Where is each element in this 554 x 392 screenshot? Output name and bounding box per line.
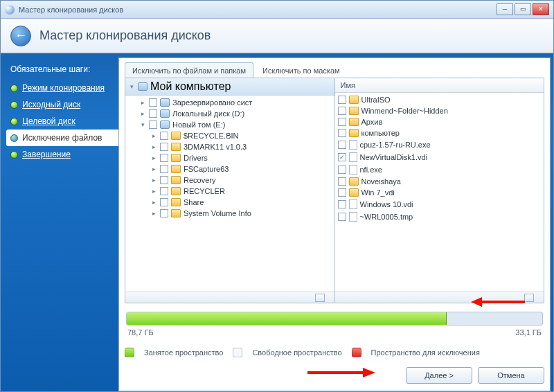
tree-checkbox[interactable] [149, 121, 157, 129]
folder-tree[interactable]: ▸Зарезервировано сист▸Локальный диск (D:… [125, 96, 334, 292]
list-checkbox[interactable] [338, 107, 346, 115]
sidebar-item-3[interactable]: Исключение файлов [6, 130, 118, 146]
sidebar-item-label: Исходный диск [22, 100, 80, 109]
list-label: ~WRL0005.tmp [360, 213, 413, 221]
list-row[interactable]: Winmend~Folder~Hidden [335, 105, 544, 116]
cancel-button[interactable]: Отмена [478, 367, 544, 384]
expand-icon[interactable]: ▸ [150, 199, 157, 206]
arrow-left-icon: ← [15, 28, 27, 43]
tree-label: $RECYCLE.BIN [184, 132, 238, 140]
tree-row[interactable]: ▸3DMARK11 v1.0.3 [125, 141, 334, 152]
list-scrollbar-h[interactable] [335, 292, 544, 303]
tree-row[interactable]: ▸Локальный диск (D:) [125, 108, 334, 119]
tab-exclude-masks[interactable]: Исключить по маскам [255, 62, 348, 78]
file-icon [349, 212, 357, 222]
list-pane: Имя UltraISOWinmend~Folder~HiddenАрхивко… [335, 78, 544, 303]
expand-icon[interactable]: ▸ [150, 177, 157, 184]
content-pane: Исключить по файлам и папкам Исключить п… [118, 57, 551, 391]
list-row[interactable]: cpuz-1.57-ru-RU.exe [335, 139, 544, 151]
drive-icon [160, 121, 170, 129]
list-row[interactable]: компьютер [335, 127, 544, 139]
tree-checkbox[interactable] [160, 176, 168, 184]
tree-scrollbar-h[interactable] [125, 292, 334, 303]
list-checkbox[interactable] [338, 200, 346, 208]
tree-row[interactable]: ▸$RECYCLE.BIN [125, 130, 334, 141]
tree-label: Share [184, 198, 204, 206]
list-checkbox[interactable] [338, 188, 346, 197]
expand-icon[interactable]: ▾ [139, 121, 146, 128]
close-button[interactable]: ✕ [533, 3, 549, 15]
list-checkbox[interactable] [338, 166, 346, 174]
tree-row[interactable]: ▸FSCapture63 [125, 163, 334, 175]
tree-row[interactable]: ▸System Volume Info [125, 208, 334, 219]
capacity-bar-used [127, 312, 447, 325]
folder-icon [171, 209, 181, 217]
expand-icon[interactable]: ▸ [150, 210, 157, 217]
expand-icon[interactable]: ▸ [139, 110, 146, 117]
maximize-button[interactable]: ▭ [515, 3, 531, 15]
list-checkbox[interactable] [338, 177, 346, 186]
tree-label: RECYCLER [184, 187, 225, 195]
list-row[interactable]: Win 7_vdi [335, 187, 544, 198]
tree-checkbox[interactable] [149, 109, 157, 118]
tree-row[interactable]: ▾Новый том (E:) [125, 119, 334, 130]
expand-icon[interactable]: ▸ [150, 166, 157, 172]
collapse-icon[interactable]: ▾ [128, 83, 135, 90]
list-label: Архив [361, 118, 383, 126]
list-row[interactable]: Noveishaya [335, 176, 544, 187]
file-icon [349, 140, 357, 150]
file-list[interactable]: UltraISOWinmend~Folder~HiddenАрхивкомпью… [335, 93, 544, 292]
expand-icon[interactable]: ▸ [150, 132, 157, 139]
list-checkbox[interactable] [338, 213, 346, 221]
capacity-bar [126, 312, 543, 326]
back-button[interactable]: ← [10, 26, 31, 46]
next-button[interactable]: Далее > [406, 367, 472, 384]
folder-icon [171, 176, 181, 184]
list-row[interactable]: Архив [335, 116, 544, 127]
tree-checkbox[interactable] [160, 132, 168, 140]
tab-exclude-files[interactable]: Исключить по файлам и папкам [125, 62, 253, 78]
tree-checkbox[interactable] [160, 165, 168, 173]
titlebar[interactable]: Мастер клонирования дисков ─ ▭ ✕ [1, 1, 553, 19]
list-row[interactable]: nfi.exe [335, 163, 544, 176]
expand-icon[interactable]: ▸ [150, 143, 157, 150]
sidebar-item-1[interactable]: Исходный диск [6, 96, 118, 113]
tree-label: Drivers [184, 154, 208, 162]
folder-icon [349, 129, 359, 137]
list-checkbox[interactable] [338, 129, 346, 137]
sidebar-item-2[interactable]: Целевой диск [6, 113, 118, 130]
tree-label: Recovery [184, 176, 215, 184]
tree-checkbox[interactable] [160, 187, 168, 195]
list-checkbox[interactable] [338, 96, 346, 104]
tree-checkbox[interactable] [149, 98, 157, 107]
folder-icon [171, 132, 181, 140]
expand-icon[interactable]: ▸ [139, 99, 146, 106]
list-row[interactable]: ✓NewVirtualDisk1.vdi [335, 151, 544, 163]
tree-row[interactable]: ▸Recovery [125, 175, 334, 186]
list-row[interactable]: Windows 10.vdi [335, 198, 544, 211]
sidebar-item-4[interactable]: Завершение [6, 146, 118, 163]
capacity-bar-section: 78,7 ГБ 33,1 ГБ [125, 312, 544, 337]
expand-icon[interactable]: ▸ [150, 188, 157, 195]
tree-row[interactable]: ▸Зарезервировано сист [125, 97, 334, 108]
step-status-icon [10, 118, 18, 125]
step-status-icon [10, 84, 18, 92]
sidebar-item-0[interactable]: Режим клонирования [6, 80, 118, 96]
expand-icon[interactable]: ▸ [150, 154, 157, 161]
list-checkbox[interactable] [338, 118, 346, 126]
list-checkbox[interactable]: ✓ [338, 153, 346, 161]
drive-icon [160, 98, 170, 107]
list-header-name[interactable]: Имя [335, 78, 544, 93]
list-row[interactable]: ~WRL0005.tmp [335, 211, 544, 223]
tree-checkbox[interactable] [160, 154, 168, 162]
tree-checkbox[interactable] [160, 143, 168, 151]
list-checkbox[interactable] [338, 141, 346, 149]
header: ← Мастер клонирования дисков [1, 19, 553, 53]
tree-checkbox[interactable] [160, 209, 168, 217]
tree-row[interactable]: ▸RECYCLER [125, 186, 334, 197]
tree-checkbox[interactable] [160, 198, 168, 206]
list-row[interactable]: UltraISO [335, 94, 544, 105]
tree-row[interactable]: ▸Share [125, 197, 334, 208]
minimize-button[interactable]: ─ [497, 3, 513, 15]
tree-row[interactable]: ▸Drivers [125, 152, 334, 163]
